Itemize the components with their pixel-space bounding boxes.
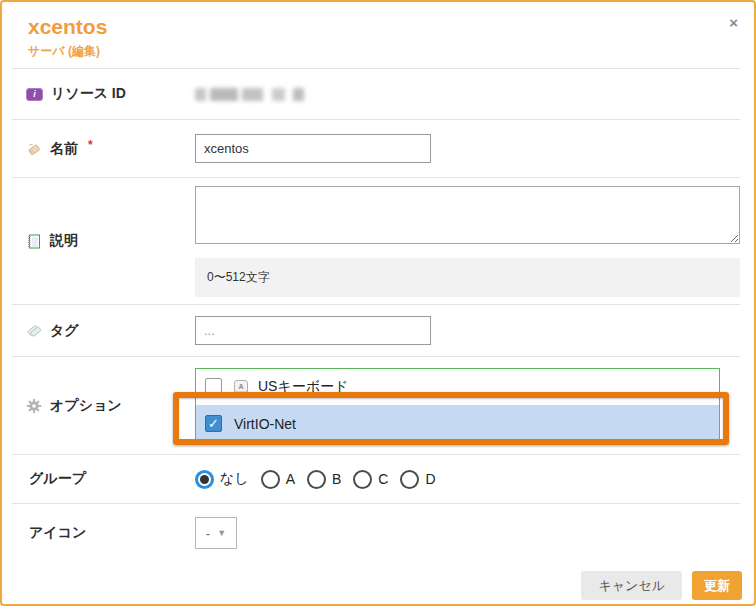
group-label-group: グループ (2, 470, 195, 488)
tags-input[interactable] (195, 316, 431, 345)
name-label-group: 名前* (2, 140, 195, 158)
radio-label: A (286, 471, 295, 487)
name-row: 名前* (2, 120, 754, 177)
icon-row: アイコン - ▼ (2, 504, 754, 562)
description-hint: 0〜512文字 (195, 258, 740, 297)
gear-icon (26, 398, 42, 414)
name-input[interactable] (195, 134, 431, 163)
tags-row: タグ (2, 305, 754, 356)
radio-d[interactable] (400, 470, 419, 489)
keyboard-key-icon: A (234, 380, 248, 394)
icon-dropdown-value: - (206, 526, 210, 541)
description-label: 説明 (50, 232, 78, 250)
radio-c[interactable] (353, 470, 372, 489)
description-textarea[interactable] (195, 186, 740, 244)
tags-label: タグ (50, 322, 79, 340)
close-icon[interactable]: × (729, 16, 738, 30)
resource-id-row: i リソース ID (2, 69, 754, 119)
option-label: USキーボード (258, 378, 348, 396)
radio-label: B (332, 471, 341, 487)
radio-b[interactable] (307, 470, 326, 489)
options-label-group: オプション (2, 397, 195, 415)
update-button[interactable]: 更新 (692, 571, 742, 600)
blurred-resource-id (195, 87, 740, 101)
icon-dropdown[interactable]: - ▼ (195, 517, 237, 549)
radio-label: D (425, 471, 435, 487)
description-row: 説明 0〜512文字 (2, 178, 754, 304)
group-label: グループ (29, 470, 86, 488)
tags-label-group: タグ (2, 322, 195, 340)
notepad-icon (26, 233, 42, 250)
group-row: グループ なし A B C D (2, 455, 754, 503)
dialog-header: xcentos サーバ (編集) × (2, 2, 754, 68)
resource-id-value (195, 87, 754, 101)
resource-id-label: リソース ID (51, 85, 126, 103)
radio-label: なし (220, 470, 249, 488)
options-label: オプション (50, 397, 122, 415)
option-virtio-net[interactable]: ✓ VirtIO-Net (196, 405, 719, 443)
option-us-keyboard[interactable]: A USキーボード (196, 369, 719, 405)
resource-id-label-group: i リソース ID (2, 85, 195, 103)
name-label: 名前 (50, 140, 78, 158)
group-radio-group: なし A B C D (195, 470, 740, 489)
radio-a[interactable] (261, 470, 280, 489)
server-edit-dialog: xcentos サーバ (編集) × i リソース ID (0, 0, 756, 606)
option-label: VirtIO-Net (234, 416, 296, 432)
options-row: オプション A USキーボード ✓ VirtIO-Net (2, 357, 754, 454)
options-list: A USキーボード ✓ VirtIO-Net (195, 368, 720, 444)
icon-label: アイコン (29, 524, 86, 542)
tags-icon (26, 323, 42, 339)
dialog-footer: キャンセル 更新 (2, 562, 754, 606)
icon-label-group: アイコン (2, 524, 195, 542)
description-label-group: 説明 (2, 232, 195, 250)
info-icon: i (26, 88, 43, 101)
page-title: xcentos (28, 15, 740, 39)
checkbox-unchecked[interactable] (205, 378, 222, 395)
chevron-down-icon: ▼ (217, 528, 226, 538)
name-tag-icon (26, 141, 42, 157)
required-mark: * (88, 138, 93, 152)
cancel-button[interactable]: キャンセル (581, 571, 682, 600)
checkbox-checked[interactable]: ✓ (205, 415, 222, 432)
radio-none-selected[interactable] (195, 470, 214, 489)
dialog-subtitle: サーバ (編集) (28, 43, 740, 60)
radio-label: C (378, 471, 388, 487)
